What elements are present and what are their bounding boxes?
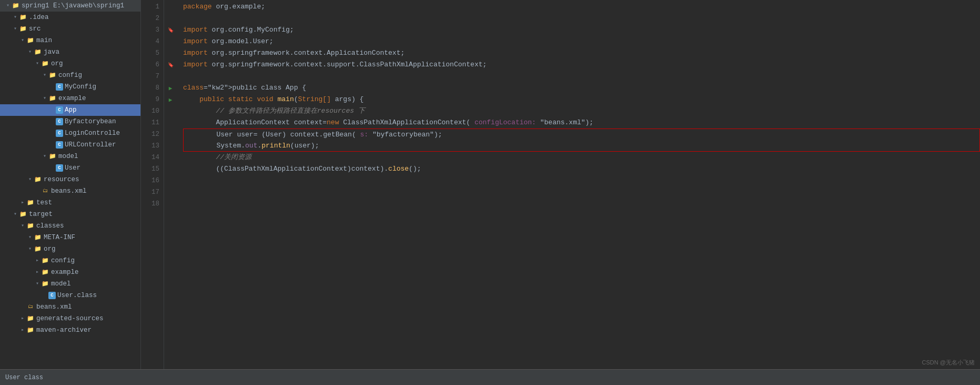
code-line: // 参数文件路径为根路径直接在resources 下	[183, 105, 980, 117]
sidebar-item-target[interactable]: target	[0, 209, 140, 220]
tree-arrow-test	[19, 199, 26, 206]
code-line: import org.springframework.context.suppo…	[183, 59, 980, 71]
folder-icon	[26, 326, 35, 334]
tree-arrow-target	[12, 211, 19, 218]
code-line: import org.model.User;	[183, 36, 980, 47]
sidebar-item-java[interactable]: java	[0, 46, 140, 58]
sidebar-item-label: Byfactorybean	[65, 116, 116, 127]
gutter-cell	[164, 152, 177, 163]
folder-icon	[41, 256, 49, 265]
sidebar-item-example2[interactable]: example	[0, 266, 140, 278]
tree-arrow-model	[41, 153, 48, 160]
line-number: 14	[141, 152, 159, 163]
code-line	[183, 186, 980, 198]
sidebar-item-maven-archiver[interactable]: maven-archiver	[0, 324, 140, 336]
folder-icon	[26, 199, 35, 207]
line-number: 9	[141, 94, 159, 105]
sidebar-item-label: main	[36, 35, 52, 46]
sidebar-item-label: META-INF	[44, 232, 75, 243]
sidebar-item-meta-inf[interactable]: META-INF	[0, 232, 140, 243]
sidebar-item-classes[interactable]: classes	[0, 220, 140, 232]
gutter-cell	[164, 71, 177, 82]
code-line	[183, 13, 980, 24]
sidebar-item-beansxml2[interactable]: beans.xml	[0, 301, 140, 313]
sidebar-item-label: model	[58, 151, 78, 162]
code-line: public static void main(String[] args) {	[183, 94, 980, 105]
code-line: import org.config.MyConfig;	[183, 24, 980, 36]
sidebar-item-logincontroller[interactable]: LoginControlle	[0, 127, 140, 139]
java-class-icon	[56, 164, 63, 172]
sidebar-item-byfactorybean[interactable]: Byfactorybean	[0, 116, 140, 127]
sidebar-item-config2[interactable]: config	[0, 255, 140, 266]
sidebar-item-label: test	[36, 198, 52, 208]
gutter-cell[interactable]	[164, 94, 177, 105]
sidebar-item-model2[interactable]: model	[0, 278, 140, 290]
tree-arrow-idea	[12, 14, 19, 21]
sidebar-item-myconfig[interactable]: MyConfig	[0, 81, 140, 93]
gutter-cell	[164, 36, 177, 47]
gutter	[164, 0, 177, 385]
sidebar-item-label: beans.xml	[51, 186, 87, 196]
folder-icon	[26, 314, 35, 323]
sidebar-item-label: maven-archiver	[36, 325, 92, 335]
tree-arrow-example	[41, 95, 48, 102]
java-class-icon	[48, 292, 56, 299]
line-numbers: 123456789101112131415161718	[141, 0, 164, 385]
sidebar-item-label: org	[51, 58, 63, 69]
sidebar-item-main[interactable]: main	[0, 35, 140, 46]
sidebar-item-org2[interactable]: org	[0, 243, 140, 255]
code-line: User user= (User) context.getBean( s: "b…	[183, 129, 980, 140]
gutter-cell	[164, 105, 177, 117]
sidebar-item-example[interactable]: example	[0, 93, 140, 104]
sidebar-item-label: target	[29, 209, 53, 220]
tree-arrow-maven-archiver	[19, 327, 26, 334]
sidebar-item-user[interactable]: User	[0, 162, 140, 174]
gutter-cell	[164, 140, 177, 152]
sidebar-item-idea[interactable]: .idea	[0, 12, 140, 23]
line-number: 1	[141, 1, 159, 13]
sidebar-item-config[interactable]: config	[0, 70, 140, 81]
project-sidebar: spring1 E:\javaweb\spring1.ideasrcmainja…	[0, 0, 141, 385]
code-content: package org.example;import org.config.My…	[177, 0, 980, 385]
sidebar-item-resources[interactable]: resources	[0, 174, 140, 185]
folder-icon	[34, 175, 42, 184]
tree-arrow-main	[19, 37, 26, 44]
tree-arrow-example2	[34, 269, 41, 276]
sidebar-item-generated-sources[interactable]: generated-sources	[0, 313, 140, 324]
sidebar-item-model[interactable]: model	[0, 151, 140, 162]
sidebar-item-label: model	[51, 279, 71, 289]
line-number: 5	[141, 47, 159, 59]
line-number: 11	[141, 117, 159, 129]
sidebar-item-beansxml[interactable]: beans.xml	[0, 185, 140, 197]
folder-icon	[34, 245, 42, 253]
gutter-cell[interactable]	[164, 82, 177, 94]
folder-icon	[41, 268, 49, 277]
sidebar-item-test[interactable]: test	[0, 197, 140, 209]
folder-icon	[19, 13, 27, 22]
xml-icon	[41, 187, 49, 195]
gutter-cell	[164, 198, 177, 210]
gutter-cell	[164, 47, 177, 59]
line-number: 7	[141, 71, 159, 82]
tree-arrow-java	[26, 48, 34, 56]
sidebar-item-src[interactable]: src	[0, 23, 140, 35]
sidebar-item-userclass[interactable]: User.class	[0, 290, 140, 301]
sidebar-item-spring1[interactable]: spring1 E:\javaweb\spring1	[0, 0, 140, 12]
folder-icon	[41, 280, 49, 288]
line-number: 17	[141, 186, 159, 198]
gutter-cell	[164, 1, 177, 13]
tree-arrow-config	[41, 72, 48, 79]
sidebar-item-org[interactable]: org	[0, 58, 140, 70]
folder-icon	[26, 222, 35, 230]
tree-arrow-meta-inf	[26, 234, 34, 241]
line-number: 3	[141, 24, 159, 36]
gutter-cell	[164, 175, 177, 186]
code-line: ((ClassPathXmlApplicationContext)context…	[183, 163, 980, 175]
line-number: 12	[141, 129, 159, 140]
sidebar-item-label: classes	[36, 221, 64, 231]
tree-arrow-src	[12, 25, 19, 33]
java-class-icon	[56, 106, 63, 114]
sidebar-item-urlcontroller[interactable]: URLController	[0, 139, 140, 151]
sidebar-item-app[interactable]: App	[0, 104, 140, 116]
sidebar-item-label: URLController	[65, 140, 116, 150]
